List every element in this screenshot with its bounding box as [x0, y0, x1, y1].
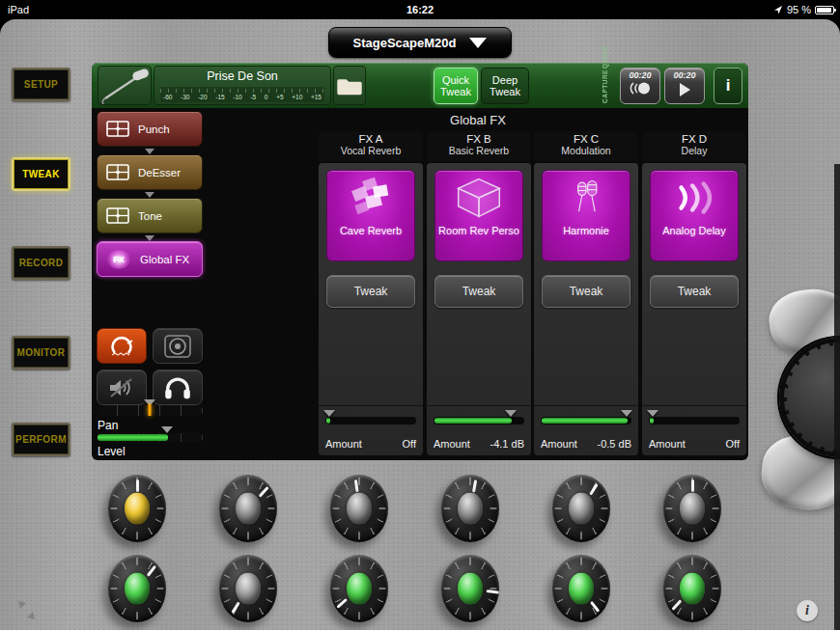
fx-b-amount-slider[interactable] [434, 417, 524, 425]
fx-slot-category: Modulation [534, 145, 638, 156]
level-fill [98, 434, 168, 441]
nav-setup-button[interactable]: SETUP [12, 68, 70, 101]
channel-input-button[interactable] [98, 66, 152, 105]
rotary-knob-7[interactable] [108, 555, 166, 622]
mute-button[interactable] [97, 370, 147, 405]
panel-edge [834, 164, 840, 630]
rotary-knob-12[interactable] [663, 555, 721, 622]
fx-glow-icon: FX [106, 250, 131, 269]
chain-punch-button[interactable]: Punch [97, 111, 203, 147]
channel-header: Prise De Son -60 -30 -20 -15 -10 -5 0 +5… [92, 63, 748, 108]
fx-preset-tile[interactable]: Harmonie [542, 170, 630, 261]
rotary-knob-1[interactable] [108, 475, 166, 542]
fx-slot-c: FX C Modulation [534, 131, 638, 455]
chain-item-label: DeEsser [138, 167, 181, 178]
fx-a-amount-slider[interactable] [325, 417, 416, 425]
rotary-knob-2[interactable] [219, 475, 277, 542]
pan-label: Pan [98, 419, 118, 432]
rotary-knob-10[interactable] [441, 555, 499, 622]
rotary-knob-11[interactable] [552, 555, 610, 622]
rotary-knob-3[interactable] [330, 475, 388, 542]
chain-global-fx-button[interactable]: FX Global FX [97, 241, 203, 277]
channel-info-button[interactable]: i [714, 68, 742, 104]
fx-d-tweak-button[interactable]: Tweak [650, 275, 739, 308]
fx-preset-tile[interactable]: Analog Delay [650, 170, 739, 261]
fx-c-amount-slider[interactable] [541, 417, 631, 425]
meter-tick: +5 [276, 94, 283, 100]
fx-preset-tile[interactable]: Room Rev Perso [434, 170, 523, 261]
channel-name: Prise De Son [154, 69, 330, 83]
nav-monitor-button[interactable]: MONITOR [12, 336, 70, 370]
tweak-panel: Prise De Son -60 -30 -20 -15 -10 -5 0 +5… [92, 63, 748, 460]
fx-slot-name: FX D [642, 131, 746, 145]
resize-handle[interactable] [17, 600, 44, 623]
rotary-knob-9[interactable] [330, 555, 388, 622]
eq-grid-icon [106, 207, 129, 224]
room-cube-icon [451, 171, 507, 225]
channel-title-box: Prise De Son -60 -30 -20 -15 -10 -5 0 +5… [154, 66, 331, 105]
device-bezel: StageScapeM20d SETUP TWEAK RECORD MONITO… [0, 19, 840, 630]
capture-loop-icon [628, 80, 653, 96]
monitor-speaker-button[interactable] [153, 328, 203, 364]
rotary-knob-4[interactable] [441, 475, 499, 542]
quick-capture-play-button[interactable]: 00:20 [664, 68, 705, 104]
location-arrow-icon [773, 5, 783, 14]
amount-label: Amount [649, 438, 686, 450]
pan-slider[interactable] [97, 405, 203, 416]
amount-pointer-icon [505, 410, 517, 417]
chain-item-label: Tone [138, 210, 162, 222]
eq-grid-icon [106, 121, 129, 137]
amount-value: -0.5 dB [598, 438, 631, 450]
level-slider[interactable] [97, 433, 203, 442]
chain-deesser-button[interactable]: DeEsser [97, 154, 203, 190]
headphones-button[interactable] [153, 370, 203, 405]
amount-pointer-icon [323, 410, 335, 417]
battery-percent: 95 % [787, 4, 811, 15]
dynamics-button[interactable] [97, 328, 147, 364]
fx-slot-category: Vocal Reverb [319, 145, 423, 156]
presets-folder-button[interactable] [333, 66, 366, 105]
fx-c-tweak-button[interactable]: Tweak [542, 275, 630, 308]
chain-item-label: Punch [138, 123, 170, 135]
device-selector-label: StageScapeM20d [353, 36, 457, 50]
speaker-icon [163, 334, 192, 359]
meter-tick: -15 [215, 94, 224, 100]
nav-perform-button[interactable]: PERFORM [12, 423, 70, 456]
deep-tweak-tab[interactable]: Deep Tweak [481, 68, 529, 104]
rotary-knob-8[interactable] [219, 555, 277, 622]
fx-a-tweak-button[interactable]: Tweak [326, 275, 415, 308]
amount-pointer-icon [647, 410, 658, 417]
level-pointer-icon [161, 426, 173, 433]
quick-tweak-tab[interactable]: Quick Tweak [434, 68, 478, 104]
delay-waves-icon [666, 171, 722, 225]
quick-capture-record-button[interactable]: 00:20 [620, 68, 660, 104]
capture-time: 00:20 [673, 70, 695, 80]
device-selector-dropdown[interactable]: StageScapeM20d [328, 27, 512, 58]
nav-tweak-button[interactable]: TWEAK [12, 157, 70, 191]
fx-preset-tile[interactable]: Cave Reverb [326, 170, 415, 261]
chain-tone-button[interactable]: Tone [97, 198, 203, 233]
rotary-knob-5[interactable] [552, 475, 610, 542]
amount-value: Off [726, 438, 740, 450]
amount-pointer-icon [621, 410, 632, 417]
app-info-button[interactable]: i [797, 600, 818, 621]
quick-capture-label: CAPTURE QUICK [602, 68, 608, 103]
chain-item-label: Global FX [140, 254, 189, 265]
amount-label: Amount [325, 438, 362, 450]
fx-slot-a: FX A Vocal Reverb [319, 131, 423, 455]
app-screen: iPad 16:22 95 % StageScapeM20d SETUP TWE… [0, 0, 840, 630]
battery-icon [815, 6, 834, 14]
capture-time: 00:20 [629, 70, 651, 80]
nav-record-button[interactable]: RECORD [12, 246, 70, 280]
clock: 16:22 [0, 4, 840, 15]
fx-slot-category: Delay [642, 145, 746, 156]
fx-preset-name: Cave Reverb [340, 225, 402, 236]
level-label: Level [98, 445, 126, 458]
fx-d-amount-slider[interactable] [649, 417, 740, 425]
meter-tick: -20 [198, 94, 207, 100]
pan-marker [149, 404, 152, 416]
folder-icon [335, 75, 364, 96]
fx-b-tweak-button[interactable]: Tweak [434, 275, 523, 308]
rotary-knob-6[interactable] [663, 475, 721, 542]
amount-value: -4.1 dB [490, 438, 524, 450]
